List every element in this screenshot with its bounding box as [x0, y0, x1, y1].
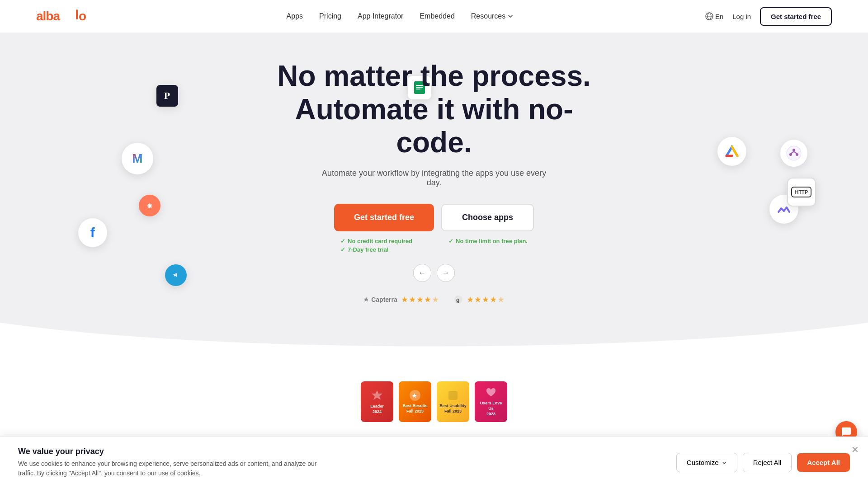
hero-ratings: Capterra ★★★★★ g ★★★★★ [363, 295, 505, 305]
badges-row: Leader2024 ★ Best ResultsFall 2023 Best … [9, 381, 859, 422]
next-arrow-button[interactable]: → [437, 264, 455, 282]
nav-app-integrator[interactable]: App Integrator [358, 12, 403, 20]
telegram-icon [165, 264, 187, 286]
http-icon: HTTP [787, 178, 816, 206]
nav-resources[interactable]: Resources [471, 12, 514, 20]
nav-links: Apps Pricing App Integrator Embedded Res… [287, 12, 514, 20]
cookie-banner: ✕ We value your privacy We use cookies t… [0, 436, 868, 488]
best-usability-badge: Best UsabilityFall 2023 [437, 381, 469, 422]
free-trial-check: ✓ 7-Day free trial [340, 246, 412, 253]
accept-all-button[interactable]: Accept All [797, 453, 850, 472]
nav-embedded[interactable]: Embedded [420, 12, 454, 20]
hubspot-icon: ❋ [139, 195, 160, 216]
leader-badge: Leader2024 [361, 381, 393, 422]
cookie-text: We use cookies to enhance your browsing … [18, 459, 335, 478]
svg-text:alba: alba [36, 9, 60, 23]
svg-point-11 [787, 146, 801, 160]
customize-button[interactable]: Customize [676, 453, 737, 472]
svg-text:g: g [456, 297, 459, 303]
reject-all-button[interactable]: Reject All [743, 453, 792, 472]
facebook-icon: f [78, 218, 107, 247]
cookie-title: We value your privacy [18, 447, 335, 456]
no-time-limit-check: ✓ No time limit on free plan. [448, 238, 528, 244]
logo[interactable]: alba o [36, 6, 95, 27]
nav-pricing[interactable]: Pricing [319, 12, 341, 20]
hero-subtitle: Automate your workflow by integrating th… [321, 169, 547, 188]
cookie-content: We value your privacy We use cookies to … [18, 447, 335, 478]
get-started-button[interactable]: Get started free [334, 204, 434, 231]
carousel-arrows: ← → [413, 264, 455, 282]
close-cookie-button[interactable]: ✕ [851, 444, 859, 455]
capterra-rating: Capterra ★★★★★ [363, 295, 439, 305]
nav-apps[interactable]: Apps [287, 12, 303, 20]
svg-point-13 [796, 153, 798, 156]
best-results-badge: ★ Best ResultsFall 2023 [399, 381, 431, 422]
secondary-checks: ✓ No time limit on free plan. [448, 238, 528, 253]
hero-buttons: Get started free Choose apps [334, 204, 534, 231]
cookie-buttons: Customize Reject All Accept All [676, 453, 850, 472]
nav-get-started-button[interactable]: Get started free [760, 7, 832, 26]
svg-point-12 [789, 153, 792, 156]
choose-apps-button[interactable]: Choose apps [441, 204, 534, 231]
language-button[interactable]: En [705, 12, 723, 20]
google-ads-icon [717, 137, 746, 166]
g2-rating: g ★★★★★ [454, 295, 505, 305]
no-credit-card-check: ✓ No credit card required [340, 238, 412, 244]
navbar: alba o Apps Pricing App Integrator Embed… [0, 0, 868, 33]
svg-rect-20 [448, 391, 458, 400]
primary-checks: ✓ No credit card required ✓ 7-Day free t… [340, 238, 412, 253]
pixabay-icon: P [156, 85, 178, 107]
gmail-icon: M [122, 143, 153, 174]
svg-marker-17 [372, 390, 382, 400]
users-love-badge: Users Love Us2023 [475, 381, 507, 422]
svg-rect-1 [76, 9, 78, 19]
login-button[interactable]: Log in [732, 13, 751, 20]
svg-text:❋: ❋ [147, 202, 152, 210]
prev-arrow-button[interactable]: ← [413, 264, 431, 282]
svg-text:o: o [79, 9, 86, 23]
hero-section: M f ❋ P [0, 33, 868, 323]
svg-point-14 [793, 149, 795, 151]
hero-title: No matter the process. Automate it with … [271, 60, 597, 160]
svg-text:★: ★ [412, 393, 417, 399]
nav-right: En Log in Get started free [705, 7, 832, 26]
webhook-icon [780, 140, 807, 167]
